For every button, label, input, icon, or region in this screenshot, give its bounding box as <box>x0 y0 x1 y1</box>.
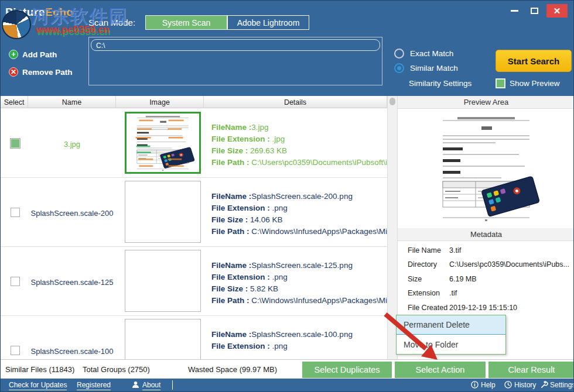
detail-value: C:\Users\pc0359\Documents\iPubsoft\iPu <box>251 158 387 167</box>
row-thumbnail[interactable] <box>125 250 201 312</box>
detail-value: 3.jpg <box>251 123 268 132</box>
help-icon <box>471 381 479 388</box>
metadata-label: Extension <box>408 289 440 297</box>
about-link[interactable]: About <box>142 381 160 390</box>
app-logo-icon <box>2 10 31 39</box>
row-checkbox[interactable] <box>11 346 20 355</box>
path-listbox[interactable]: C:\ <box>88 37 382 85</box>
column-header-image[interactable]: Image <box>116 96 204 108</box>
footer-divider <box>172 380 173 390</box>
preview-area-header: Preview Area <box>398 96 574 109</box>
minimize-button[interactable] <box>505 4 523 18</box>
similar-match-radio[interactable] <box>394 63 404 73</box>
detail-value: SplashScreen.scale-100.png <box>251 330 353 339</box>
detail-label: File Path : <box>211 227 251 236</box>
metadata-label: Directory <box>408 260 437 269</box>
detail-label: File Path : <box>211 158 251 167</box>
system-scan-tab[interactable]: System Scan <box>145 15 227 30</box>
detail-value: 14.06 KB <box>250 215 283 224</box>
row-name[interactable]: SplashScreen.scale-200 <box>28 209 116 218</box>
registered-link[interactable]: Registered <box>77 381 111 390</box>
select-duplicates-button[interactable]: Select Duplicates <box>302 362 392 378</box>
metadata-value: C:\Users\pc0359\Documents\iPubs... <box>449 260 569 269</box>
maximize-button[interactable] <box>525 4 543 18</box>
detail-label: FileName : <box>211 261 251 270</box>
detail-value: 269.63 KB <box>250 146 287 155</box>
show-preview-label[interactable]: Show Preview <box>510 79 560 88</box>
exact-match-label[interactable]: Exact Match <box>410 49 453 58</box>
select-action-button[interactable]: Select Action <box>395 362 486 378</box>
column-header-select[interactable]: Select <box>1 96 28 108</box>
detail-value: .png <box>272 342 288 350</box>
menu-item-permanent-delete[interactable]: Permanent Delete <box>397 315 505 335</box>
detail-label: File Extension : <box>211 273 272 281</box>
radio-dot-icon <box>397 66 401 70</box>
row-details: FileName :SplashScreen.scale-100.png Fil… <box>211 329 387 352</box>
footer-bar: Check for Updates Registered About Help … <box>1 379 574 391</box>
detail-label: File Extension : <box>211 342 272 350</box>
status-row: Similar Files (11843) Total Groups (2750… <box>1 359 574 379</box>
history-link[interactable]: History <box>514 381 536 389</box>
column-header-details[interactable]: Details <box>204 96 387 108</box>
row-thumbnail[interactable] <box>125 181 201 243</box>
start-search-button[interactable]: Start Search <box>496 50 572 72</box>
metadata-label: File Created <box>408 304 447 312</box>
adobe-lightroom-tab[interactable]: Adobe Lightroom <box>227 15 309 30</box>
close-icon: ✕ <box>554 6 561 15</box>
menu-item-move-to-folder[interactable]: Move to Folder <box>397 335 505 354</box>
show-preview-checkbox[interactable] <box>496 78 505 88</box>
detail-value: 5.82 KB <box>250 284 278 293</box>
row-thumbnail[interactable] <box>125 319 201 359</box>
settings-link[interactable]: Settings <box>550 381 574 389</box>
close-button[interactable]: ✕ <box>546 4 568 18</box>
check-for-updates-link[interactable]: Check for Updates <box>9 381 67 390</box>
preview-document-image <box>425 112 547 223</box>
history-icon <box>504 381 512 388</box>
total-groups-count: Total Groups (2750) <box>83 365 150 374</box>
row-details: FileName :SplashScreen.scale-125.png Fil… <box>211 260 387 307</box>
similarity-settings-link[interactable]: Similarity Settings <box>409 79 472 88</box>
add-path-icon: + <box>9 50 18 59</box>
row-name[interactable]: SplashScreen.scale-100 <box>28 347 116 356</box>
clear-result-button[interactable]: Clear Result <box>488 362 574 378</box>
remove-path-icon: ✕ <box>9 67 18 77</box>
row-checkbox[interactable] <box>11 208 20 217</box>
person-icon <box>132 381 139 388</box>
metadata-value: 6.19 MB <box>449 275 477 283</box>
detail-value: .png <box>272 204 288 212</box>
thumbnail-document-image <box>127 114 199 172</box>
detail-value: .png <box>272 273 288 281</box>
detail-value: .jpg <box>272 135 285 143</box>
detail-label: File Size : <box>211 146 250 155</box>
detail-label: File Size : <box>211 215 250 224</box>
row-name[interactable]: 3.jpg <box>28 140 116 149</box>
add-path-button[interactable]: Add Path <box>22 50 57 59</box>
app-window: PictureEcho 河东软件园 www.pc0359.cn ✕ Scan M… <box>0 0 574 392</box>
help-link[interactable]: Help <box>481 381 496 389</box>
row-checkbox[interactable] <box>11 139 20 148</box>
detail-label: FileName : <box>211 192 251 201</box>
column-header-name[interactable]: Name <box>28 96 116 108</box>
watermark-url: www.pc0359.cn <box>36 24 110 36</box>
row-name[interactable]: SplashScreen.scale-125 <box>28 278 116 287</box>
remove-path-button[interactable]: Remove Path <box>22 68 73 77</box>
row-checkbox[interactable] <box>11 277 20 286</box>
detail-label: File Extension : <box>211 135 272 143</box>
exact-match-radio[interactable] <box>394 49 404 59</box>
metadata-value: 3.tif <box>449 246 461 255</box>
similar-match-label[interactable]: Similar Match <box>410 64 458 73</box>
metadata-header: Metadata <box>398 228 574 241</box>
detail-label: FileName : <box>211 330 251 339</box>
row-thumbnail[interactable] <box>125 112 201 174</box>
settings-icon <box>541 381 548 388</box>
row-separator <box>1 177 387 178</box>
similar-files-count: Similar Files (11843) <box>5 365 74 374</box>
row-separator <box>1 246 387 247</box>
metadata-label: Size <box>408 275 422 283</box>
detail-value: SplashScreen.scale-125.png <box>251 261 353 270</box>
results-table: Select Name Image Details 3.jpg <box>1 96 387 359</box>
path-item[interactable]: C:\ <box>91 39 380 51</box>
detail-value: C:\Windows\InfusedApps\Packages\Micr <box>251 227 387 236</box>
detail-label: File Size : <box>211 284 250 293</box>
scrollbar-thumb[interactable] <box>390 98 395 105</box>
